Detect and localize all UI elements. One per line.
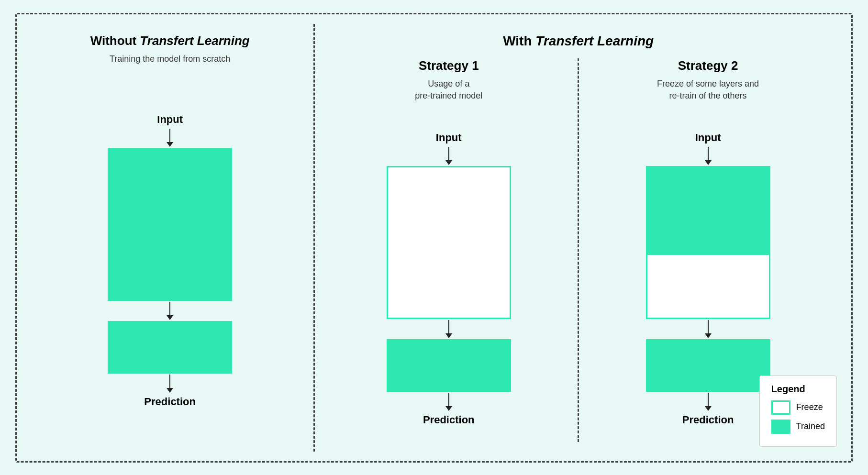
strategy2-trained-top xyxy=(647,167,769,255)
strategy1-input-label: Input xyxy=(436,132,462,144)
legend-trained-label: Trained xyxy=(796,421,825,431)
left-small-block xyxy=(108,321,232,374)
legend-item-trained: Trained xyxy=(771,420,825,434)
strategy2-prediction-label: Prediction xyxy=(682,414,734,426)
panel-without-transfer: Without Transfert Learning Training the … xyxy=(26,24,315,452)
strategy1-small-block xyxy=(387,339,511,392)
left-title-italic: Transfert Learning xyxy=(140,33,249,48)
strategy2-diagram: Input Prediction xyxy=(646,116,770,442)
strategy1-arrow-3 xyxy=(444,393,454,411)
right-panel-header: With Transfert Learning xyxy=(503,33,654,49)
legend-item-freeze: Freeze xyxy=(771,400,825,415)
strategy1-arrow-2 xyxy=(444,320,454,338)
strategy2-arrow-1 xyxy=(703,147,713,165)
legend-swatch-trained xyxy=(771,420,790,434)
left-prediction-label: Prediction xyxy=(144,396,196,408)
left-panel-subtitle: Training the model from scratch xyxy=(110,53,230,65)
right-title-italic: Transfert Learning xyxy=(535,33,654,48)
strategy1-main-block xyxy=(387,166,511,319)
strategy2-arrow-3 xyxy=(703,393,713,411)
strategy2-subtitle: Freeze of some layers andre-train of the… xyxy=(657,78,759,102)
left-title-prefix: Without xyxy=(90,33,140,48)
strategy2-small-block xyxy=(646,339,770,392)
legend-title: Legend xyxy=(771,384,825,395)
strategy-1: Strategy 1 Usage of apre-trained model I… xyxy=(320,58,579,442)
strategy2-freeze-bottom xyxy=(647,255,769,318)
strategy2-arrow-2 xyxy=(703,320,713,338)
strategy1-diagram: Input Prediction xyxy=(387,116,511,442)
left-arrow-2 xyxy=(165,302,175,320)
strategy2-title: Strategy 2 xyxy=(678,58,738,73)
left-main-block xyxy=(108,148,232,301)
left-arrow-3 xyxy=(165,375,175,393)
left-panel-title: Without Transfert Learning xyxy=(90,33,250,48)
left-arrow-1 xyxy=(165,129,175,147)
legend-freeze-label: Freeze xyxy=(796,402,823,412)
strategy1-title: Strategy 1 xyxy=(419,58,479,73)
strategy2-main-block xyxy=(646,166,770,319)
left-input-label: Input xyxy=(157,113,183,126)
legend-swatch-freeze xyxy=(771,400,790,415)
strategy1-subtitle: Usage of apre-trained model xyxy=(415,78,482,102)
legend-box: Legend Freeze Trained xyxy=(759,376,837,447)
right-title-prefix: With xyxy=(503,33,535,48)
strategy1-arrow-1 xyxy=(444,147,454,165)
main-container: Without Transfert Learning Training the … xyxy=(15,13,853,463)
strategy2-input-label: Input xyxy=(695,132,721,144)
left-diagram: Input Prediction xyxy=(108,79,232,442)
strategy1-prediction-label: Prediction xyxy=(423,414,475,426)
